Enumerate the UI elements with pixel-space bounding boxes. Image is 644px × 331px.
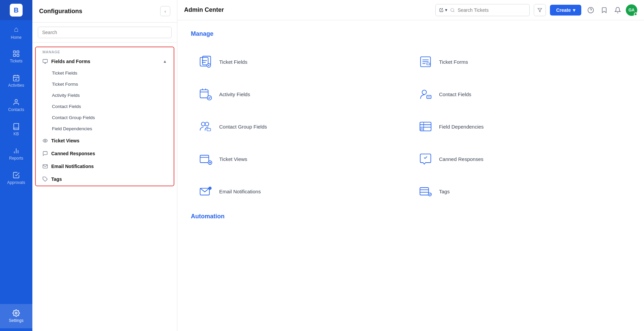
sidebar-item-ticket-views[interactable]: Ticket Views	[36, 134, 174, 147]
main-area: Admin Center ▾ Create ▾	[177, 0, 644, 331]
tags-label: Tags	[51, 176, 62, 182]
tags-icon-main	[417, 183, 434, 199]
notifications-button[interactable]	[612, 5, 623, 16]
nav-item-contacts[interactable]: Contacts	[0, 93, 32, 117]
manage-grid: Ticket Fields Ticket Forms	[191, 46, 631, 208]
svg-point-8	[15, 100, 17, 102]
svg-rect-60	[420, 188, 429, 195]
nav-label-home: Home	[11, 35, 22, 40]
reports-icon	[12, 147, 20, 155]
approvals-icon	[12, 171, 20, 179]
svg-rect-1	[17, 51, 19, 53]
nav-label-reports: Reports	[9, 156, 23, 161]
sidebar-item-tags[interactable]: Tags	[36, 173, 174, 186]
manage-ticket-forms[interactable]: Ticket Forms	[411, 46, 631, 78]
sidebar-item-contact-group-fields[interactable]: Contact Group Fields	[36, 112, 174, 123]
avatar[interactable]: GA	[626, 4, 637, 16]
manage-email-notifications[interactable]: Email Notifications	[191, 175, 411, 208]
nav-item-kb[interactable]: KB	[0, 117, 32, 142]
contact-group-fields-label: Contact Group Fields	[219, 124, 267, 130]
manage-canned-responses[interactable]: Canned Responses	[411, 143, 631, 175]
svg-point-41	[422, 90, 427, 94]
contact-fields-label: Contact Fields	[439, 91, 471, 97]
sidebar-item-contact-fields[interactable]: Contact Fields	[36, 101, 174, 112]
sidebar-item-canned-responses[interactable]: Canned Responses	[36, 147, 174, 160]
contacts-icon	[12, 99, 20, 106]
sidebar-title: Configurations	[39, 8, 82, 15]
search-input[interactable]	[458, 7, 525, 13]
activity-fields-icon	[198, 86, 214, 102]
tags-icon	[42, 176, 48, 182]
app-logo: B	[10, 4, 23, 17]
create-button[interactable]: Create ▾	[550, 5, 581, 16]
manage-ticket-views[interactable]: Ticket Views	[191, 143, 411, 175]
nav-bottom: Settings	[0, 304, 32, 328]
ticket-views-icon-main	[198, 151, 214, 167]
email-notifications-label-main: Email Notifications	[219, 189, 261, 194]
manage-tags[interactable]: Tags	[411, 175, 631, 208]
avatar-initials: GA	[628, 8, 635, 12]
svg-rect-52	[200, 155, 209, 163]
nav-label-contacts: Contacts	[8, 107, 24, 112]
field-dependencies-label: Field Dependencies	[439, 124, 484, 130]
manage-contact-fields[interactable]: Contact Fields	[411, 78, 631, 110]
filter-icon	[537, 8, 542, 12]
sidebar-item-activity-fields[interactable]: Activity Fields	[36, 90, 174, 101]
email-notifications-icon	[42, 164, 48, 169]
sidebar-content: MANAGE Fields and Forms ▲ Ticket Fields …	[32, 43, 177, 331]
chevron-up-icon: ▲	[163, 59, 167, 64]
manage-ticket-fields[interactable]: Ticket Fields	[191, 46, 411, 78]
tickets-icon	[12, 50, 20, 57]
ticket-fields-icon	[198, 54, 214, 70]
svg-point-16	[45, 140, 46, 141]
canned-responses-label-main: Canned Responses	[439, 156, 484, 162]
ticket-forms-icon	[417, 54, 434, 70]
nav-item-settings[interactable]: Settings	[0, 304, 32, 328]
page-title: Admin Center	[184, 6, 224, 13]
sidebar-search-container	[32, 23, 177, 43]
sidebar-item-ticket-fields[interactable]: Ticket Fields	[36, 67, 174, 79]
help-button[interactable]	[585, 5, 596, 16]
svg-point-59	[210, 189, 210, 189]
svg-point-12	[15, 312, 17, 314]
filter-button[interactable]	[534, 4, 546, 16]
fields-and-forms-header[interactable]: Fields and Forms ▲	[36, 55, 174, 67]
svg-rect-51	[420, 129, 423, 130]
tags-label-main: Tags	[439, 189, 450, 194]
ticket-views-label-main: Ticket Views	[219, 156, 247, 162]
sidebar-item-email-notifications[interactable]: Email Notifications	[36, 160, 174, 173]
sidebar-item-field-dependencies[interactable]: Field Dependencies	[36, 123, 174, 134]
nav-label-approvals: Approvals	[7, 180, 25, 185]
settings-icon	[12, 309, 20, 317]
sidebar: Configurations ‹ MANAGE Fields and Forms…	[32, 0, 177, 331]
fields-and-forms-group: Fields and Forms ▲ Ticket Fields Ticket …	[36, 55, 174, 134]
fields-forms-icon	[42, 59, 48, 64]
manage-contact-group-fields[interactable]: Contact Group Fields	[191, 110, 411, 143]
manage-activity-fields[interactable]: Activity Fields	[191, 78, 411, 110]
sidebar-item-ticket-forms[interactable]: Ticket Forms	[36, 79, 174, 90]
svg-rect-36	[200, 90, 208, 98]
ticket-fields-label: Ticket Fields	[219, 59, 247, 65]
nav-item-home[interactable]: ⌂ Home	[0, 20, 32, 45]
automation-section-heading: Automation	[191, 213, 631, 220]
kb-icon	[12, 123, 20, 130]
sidebar-search-input[interactable]	[38, 27, 172, 38]
nav-item-reports[interactable]: Reports	[0, 142, 32, 166]
nav-item-approvals[interactable]: Approvals	[0, 166, 32, 190]
manage-section-heading: Manage	[191, 30, 631, 37]
nav-item-tickets[interactable]: Tickets	[0, 45, 32, 69]
ticket-type-selector[interactable]: ▾	[439, 7, 447, 12]
canned-responses-icon	[42, 151, 48, 156]
bookmarks-button[interactable]	[599, 5, 610, 16]
nav-item-activities[interactable]: Activities	[0, 69, 32, 93]
home-icon: ⌂	[14, 25, 18, 34]
activity-fields-label: Activity Fields	[219, 91, 250, 97]
collapse-button[interactable]: ‹	[160, 6, 170, 16]
create-chevron-icon: ▾	[573, 7, 575, 13]
svg-point-19	[451, 8, 454, 11]
nav-label-settings: Settings	[9, 318, 23, 323]
search-bar: ▾	[435, 4, 530, 16]
manage-field-dependencies[interactable]: Field Dependencies	[411, 110, 631, 143]
field-dependencies-icon	[417, 118, 434, 135]
nav-label-activities: Activities	[8, 83, 24, 88]
